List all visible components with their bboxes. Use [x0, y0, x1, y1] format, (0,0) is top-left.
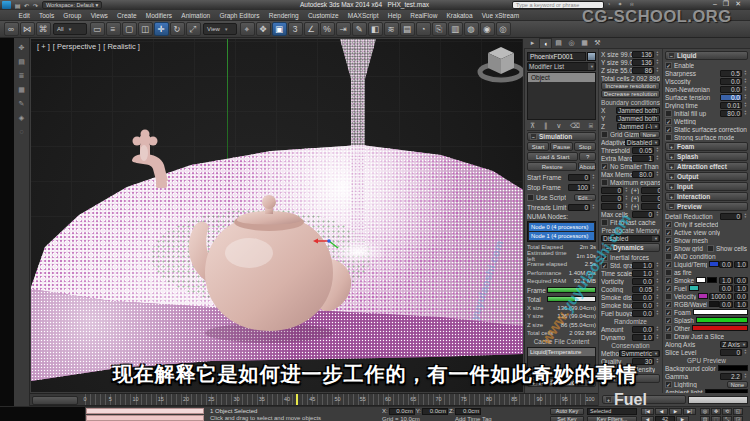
perspective-viewport[interactable]: [ + ][ Perspective ][ Realistic ] — [30, 38, 524, 393]
menu-graph-editors[interactable]: Graph Editors — [215, 12, 264, 19]
start-button[interactable]: Start — [527, 142, 549, 151]
value-field[interactable]: 136 — [632, 51, 654, 58]
track-bar[interactable]: 0510152025303540455055606570758085909510… — [30, 393, 598, 406]
spinner-arrows[interactable]: ▴▾ — [655, 211, 660, 217]
checkbox[interactable]: ✓ — [665, 261, 672, 268]
maxscript-mini-listener-bottom[interactable] — [86, 415, 204, 421]
value-field[interactable]: 1.0 — [734, 301, 748, 308]
spinner-arrows[interactable]: ▴▾ — [743, 86, 748, 92]
angle-snap-toggle-icon[interactable]: ∠ — [304, 22, 319, 36]
numa-node-item[interactable]: Node 0 (4 processors) — [529, 223, 594, 231]
spinner-arrows[interactable]: ▴▾ — [655, 51, 660, 57]
liquid-temp-color-swatch[interactable] — [709, 261, 719, 267]
value-field[interactable]: 0.5 — [720, 70, 742, 77]
checkbox[interactable]: ✓ — [601, 163, 608, 170]
rectangular-selection-region-icon[interactable]: ▢ — [122, 22, 137, 36]
value-field[interactable]: 1 — [632, 155, 654, 162]
value-field[interactable]: 0 — [641, 203, 660, 210]
named-selection-sets-icon[interactable]: ✎ — [352, 22, 367, 36]
along-axis-dropdown[interactable]: Z Axis▼ — [720, 341, 748, 348]
nav-icon-3[interactable]: ◱ — [733, 408, 743, 415]
rollout-fuel[interactable]: +Fuel — [602, 395, 686, 404]
value-field[interactable]: 0.0 — [632, 302, 654, 309]
left-toolbar-icon-6[interactable]: ◌ — [19, 128, 23, 135]
checkbox[interactable]: ✓ — [665, 237, 672, 244]
coord-x-field[interactable]: 0.0cm — [389, 408, 415, 415]
add-time-tag[interactable]: Add Time Tag — [455, 416, 492, 421]
fuel-color-swatch[interactable] — [689, 285, 699, 291]
tab-utilities[interactable]: ⚒ — [591, 38, 604, 48]
stack-tool-icons[interactable]: ⊼∥∨⌫⌸ — [527, 121, 596, 131]
3dsmax-logo-icon[interactable] — [2, 1, 11, 9]
checkbox[interactable]: ✓ — [665, 126, 672, 133]
checkbox[interactable] — [601, 219, 608, 226]
value-field[interactable]: 0.0 — [632, 278, 654, 285]
left-toolbar-icon-2[interactable]: ≣ — [19, 72, 25, 80]
spinner-arrows[interactable]: ▴▾ — [743, 78, 748, 84]
checkbox[interactable]: ✓ — [665, 118, 672, 125]
menu-help[interactable]: Help — [383, 12, 406, 19]
value-field[interactable]: 1.0 — [632, 334, 654, 341]
value-field[interactable]: 0.0 — [734, 293, 748, 300]
faucet-object[interactable] — [124, 129, 174, 195]
align-icon[interactable]: ≋ — [384, 22, 399, 36]
percent-snap-toggle-icon[interactable]: % — [320, 22, 335, 36]
left-toolbar-icon-0[interactable]: ✥ — [19, 44, 25, 52]
unlink-selection-icon[interactable]: ⋈ — [20, 22, 35, 36]
value-field[interactable]: 0.05 — [632, 286, 654, 293]
reference-coordinate-system-dropdown[interactable]: View▼ — [203, 23, 237, 35]
checkbox[interactable]: ✓ — [665, 285, 672, 292]
spinner-arrows[interactable]: ▴▾ — [655, 326, 660, 332]
value-field[interactable]: 0.0 — [734, 277, 748, 284]
select-by-name-icon[interactable]: ≡ — [106, 22, 121, 36]
foam-color-bar[interactable] — [693, 309, 748, 315]
tab-hierarchy[interactable]: ▤ — [552, 38, 565, 48]
nav-icon-1[interactable]: ✥ — [711, 408, 721, 415]
z-dropdown[interactable]: Jammed (-)▼ — [617, 123, 660, 130]
time-slider-handle[interactable] — [32, 396, 78, 405]
frame-ruler[interactable]: 0510152025303540455055606570758085909510… — [85, 394, 590, 405]
checkbox[interactable]: ✓ — [665, 221, 672, 228]
time-slider-playhead[interactable] — [296, 394, 298, 405]
menu-krakatoa[interactable]: Krakatoa — [442, 12, 477, 19]
select-and-link-icon[interactable]: ∞ — [4, 22, 19, 36]
value-field[interactable]: 0.0 — [632, 326, 654, 333]
window-crossing-toggle-icon[interactable]: ◫ — [138, 22, 153, 36]
value-field[interactable]: 0.0 — [632, 294, 654, 301]
use-script-checkbox[interactable] — [527, 194, 534, 201]
rendered-frame-window-icon[interactable]: ◉ — [480, 22, 495, 36]
current-frame-field[interactable]: 42 — [655, 416, 675, 421]
stack-item-object[interactable]: Object — [528, 73, 595, 82]
nav-icon-6[interactable]: ⤡ — [722, 416, 732, 421]
rollout-foam[interactable]: +Foam — [665, 142, 748, 151]
key-filters-button[interactable]: Key Filters... — [587, 416, 637, 421]
checkbox[interactable]: ✓ — [665, 301, 672, 308]
decrease-resolution-button[interactable]: Decrease resolution — [601, 90, 660, 98]
checkbox[interactable]: ✓ — [665, 325, 672, 332]
modifier-stack[interactable]: Object — [527, 72, 596, 120]
checkbox[interactable] — [601, 179, 608, 186]
splash-color-bar[interactable] — [696, 317, 748, 323]
spinner-arrows[interactable]: ▴▾ — [655, 294, 660, 300]
modifier-list-dropdown[interactable]: Modifier List▼ — [527, 62, 596, 71]
value-field[interactable]: 0.0 — [720, 86, 742, 93]
playback-icon-3[interactable]: ▶| — [683, 408, 696, 415]
checkbox[interactable] — [665, 269, 672, 276]
menu-maxscript[interactable]: MAXScript — [343, 12, 383, 19]
checkbox[interactable] — [665, 293, 672, 300]
rollout-splash[interactable]: +Splash — [665, 152, 748, 161]
value-field[interactable]: 0 — [632, 211, 654, 218]
left-toolbar-icon-3[interactable]: ▦ — [18, 86, 25, 94]
checkbox[interactable] — [665, 253, 672, 260]
spinner-arrows[interactable]: ▴▾ — [655, 270, 660, 276]
select-object-icon[interactable]: ▭ — [90, 22, 105, 36]
value-field[interactable]: 0.0 — [719, 301, 733, 308]
value-field[interactable]: 0 — [641, 187, 660, 194]
mirror-icon[interactable]: ◧ — [368, 22, 383, 36]
selection-set-dropdown[interactable]: Selected — [587, 408, 637, 415]
spinner-arrows[interactable]: ▴▾ — [655, 59, 660, 65]
selection-filter-dropdown[interactable]: All▼ — [53, 23, 87, 35]
spinner-arrows[interactable]: ▴▾ — [743, 110, 748, 116]
render-production-icon[interactable]: ◎ — [496, 22, 511, 36]
playback-icon-0[interactable]: |◀ — [641, 408, 654, 415]
